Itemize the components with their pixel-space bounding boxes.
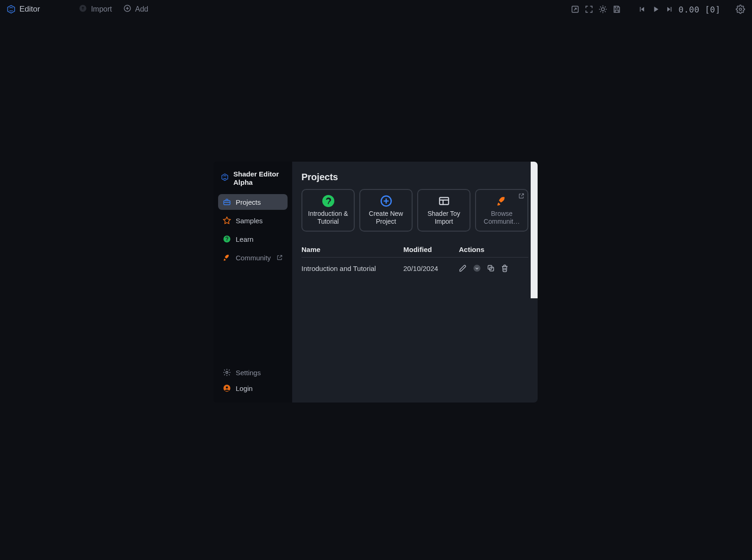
- modal-sidebar: Shader Editor Alpha Projects Samples Lea…: [213, 162, 292, 403]
- projects-modal: Shader Editor Alpha Projects Samples Lea…: [213, 162, 538, 403]
- add-label: Add: [135, 5, 148, 13]
- upload-circle-icon: [79, 4, 87, 14]
- sidebar-item-samples[interactable]: Samples: [218, 213, 288, 228]
- page-title: Projects: [301, 172, 528, 182]
- card-label: Introduction & Tutorial: [307, 210, 349, 226]
- card-browse-community[interactable]: Browse Communit…: [475, 189, 528, 232]
- add-button[interactable]: Add: [119, 2, 152, 16]
- card-shadertoy-import[interactable]: Shader Toy Import: [417, 189, 470, 232]
- import-label: Import: [91, 5, 112, 13]
- app-title: Editor: [19, 5, 40, 14]
- th-name: Name: [301, 245, 403, 253]
- projects-table: Name Modified Actions Introduction and T…: [301, 245, 528, 279]
- brand: Editor: [6, 5, 40, 14]
- star-icon: [223, 216, 231, 225]
- sidebar-item-label: Login: [236, 384, 253, 392]
- cell-name: Introduction and Tutorial: [301, 264, 403, 272]
- card-intro-tutorial[interactable]: Introduction & Tutorial: [301, 189, 355, 232]
- svg-point-10: [322, 195, 334, 207]
- sidebar-item-label: Settings: [236, 369, 261, 377]
- modal-logo-icon: [221, 173, 229, 183]
- briefcase-icon: [223, 198, 231, 206]
- skip-forward-icon[interactable]: [664, 4, 675, 14]
- table-row[interactable]: Introduction and Tutorial 20/10/2024: [301, 258, 528, 279]
- topbar: Editor Import Add 0.00 [0]: [0, 0, 752, 19]
- external-link-icon: [276, 254, 283, 261]
- sidebar-item-learn[interactable]: Learn: [218, 231, 288, 247]
- card-create-project[interactable]: Create New Project: [359, 189, 413, 232]
- time-readout: 0.00 [0]: [678, 5, 721, 14]
- rocket-icon: [223, 253, 231, 262]
- fullscreen-icon[interactable]: [584, 4, 594, 14]
- svg-point-13: [474, 265, 481, 272]
- rocket-icon: [496, 195, 508, 207]
- modal-main: Projects Introduction & Tutorial Create …: [292, 162, 538, 403]
- sidebar-item-login[interactable]: Login: [218, 380, 288, 396]
- sidebar-item-label: Samples: [236, 217, 263, 225]
- sidebar-item-label: Learn: [236, 235, 253, 243]
- sidebar-item-settings[interactable]: Settings: [218, 365, 288, 380]
- export-icon[interactable]: [570, 4, 580, 14]
- svg-rect-12: [439, 197, 449, 204]
- edit-icon[interactable]: [459, 264, 467, 272]
- brightness-icon[interactable]: [598, 4, 608, 14]
- layout-icon: [438, 195, 450, 207]
- sidebar-item-label: Projects: [236, 198, 261, 206]
- modal-app-title: Shader Editor Alpha: [233, 170, 285, 187]
- plus-circle-icon: [380, 195, 392, 207]
- play-icon[interactable]: [651, 4, 661, 14]
- skip-back-icon[interactable]: [637, 4, 647, 14]
- th-actions: Actions: [459, 245, 528, 253]
- plus-circle-icon: [123, 4, 132, 14]
- save-icon[interactable]: [612, 4, 622, 14]
- card-label: Create New Project: [365, 210, 407, 226]
- settings-icon[interactable]: [735, 4, 746, 14]
- sidebar-item-label: Community: [236, 254, 271, 262]
- svg-point-4: [739, 8, 742, 11]
- external-link-icon: [518, 193, 525, 199]
- sidebar-item-community[interactable]: Community: [218, 250, 288, 265]
- help-circle-icon: [322, 195, 334, 207]
- svg-point-7: [226, 371, 228, 374]
- app-logo-icon: [6, 5, 16, 14]
- sidebar-item-projects[interactable]: Projects: [218, 194, 288, 210]
- gear-icon: [223, 368, 231, 377]
- cell-modified: 20/10/2024: [403, 264, 459, 272]
- svg-point-3: [602, 8, 605, 11]
- import-button[interactable]: Import: [75, 2, 115, 16]
- copy-icon[interactable]: [487, 264, 495, 272]
- trash-icon[interactable]: [501, 264, 509, 272]
- card-label: Browse Communit…: [481, 210, 523, 226]
- help-circle-icon: [223, 235, 231, 243]
- th-modified: Modified: [403, 245, 459, 253]
- card-label: Shader Toy Import: [423, 210, 465, 226]
- user-circle-icon: [223, 384, 231, 392]
- modal-scrollbar[interactable]: [531, 162, 538, 298]
- download-icon[interactable]: [473, 264, 481, 272]
- svg-point-9: [226, 386, 228, 389]
